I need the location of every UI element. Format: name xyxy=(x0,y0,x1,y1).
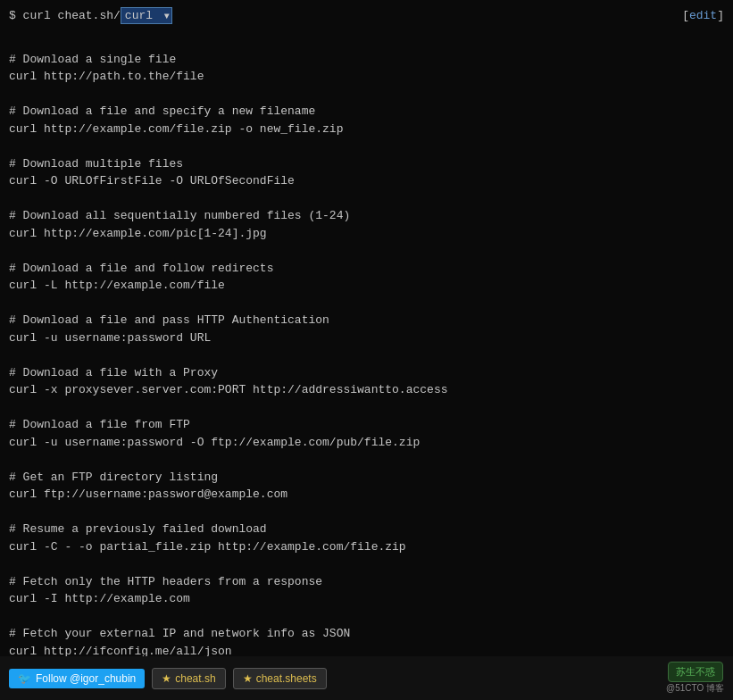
wechat-sub: @51CTO 博客 xyxy=(666,682,724,695)
comment-line: # Fetch only the HTTP headers from a res… xyxy=(9,573,724,591)
command-line-text: curl -x proxysever.server.com:PORT http:… xyxy=(9,381,724,399)
star2-icon: ★ xyxy=(243,672,253,685)
terminal-window: $ curl cheat.sh/ curl wget grep awk sed … xyxy=(0,0,733,700)
comment-line: # Get an FTP directory listing xyxy=(9,469,724,487)
bottom-bar: 🐦 Follow @igor_chubin ★ cheat.sh ★ cheat… xyxy=(0,656,733,700)
empty-line xyxy=(9,399,724,417)
twitter-label: Follow @igor_chubin xyxy=(36,672,136,685)
comment-line: # Download a file and specify a new file… xyxy=(9,103,724,121)
empty-line xyxy=(9,346,724,364)
comment-line: # Download a file and follow redirects xyxy=(9,260,724,278)
command-line-text: curl -C - -o partial_file.zip http://exa… xyxy=(9,538,724,556)
empty-line xyxy=(9,451,724,469)
wechat-badge: 苏生不惑 @51CTO 博客 xyxy=(666,662,724,695)
empty-line xyxy=(9,242,724,260)
star-icon: ★ xyxy=(162,672,171,685)
twitter-follow-button[interactable]: 🐦 Follow @igor_chubin xyxy=(9,669,145,688)
empty-line xyxy=(9,504,724,521)
comment-line: # Fetch your external IP and network inf… xyxy=(9,625,724,643)
cheat-sheets-label: cheat.sheets xyxy=(256,672,317,685)
prompt-text: $ curl cheat.sh/ xyxy=(9,9,121,22)
empty-line xyxy=(9,608,724,626)
edit-link[interactable]: edit xyxy=(689,9,717,22)
twitter-icon: 🐦 xyxy=(18,672,31,685)
content-area: # Download a single filecurl http://path… xyxy=(9,33,724,700)
command-line-text: curl -I http://example.com xyxy=(9,590,724,608)
empty-line xyxy=(9,555,724,573)
wechat-name: 苏生不惑 xyxy=(668,662,723,682)
command-line-text: curl ftp://username:password@example.com xyxy=(9,486,724,504)
empty-line xyxy=(9,295,724,312)
command-line-text: curl -u username:password -O ftp://examp… xyxy=(9,434,724,452)
empty-line xyxy=(9,138,724,155)
command-line-text: curl http://path.to.the/file xyxy=(9,68,724,86)
comment-line: # Download a file from FTP xyxy=(9,416,724,434)
cheat-sheets-button[interactable]: ★ cheat.sheets xyxy=(233,668,327,689)
comment-line: # Download a file with a Proxy xyxy=(9,364,724,382)
command-line-text: curl http://example.com/file.zip -o new_… xyxy=(9,121,724,138)
comment-line: # Download multiple files xyxy=(9,155,724,173)
comment-line: # Download a file and pass HTTP Authenti… xyxy=(9,312,724,329)
empty-line xyxy=(9,190,724,208)
cheat-sh-label: cheat.sh xyxy=(175,672,215,685)
edit-section: [edit] xyxy=(682,9,724,22)
cheat-sh-button[interactable]: ★ cheat.sh xyxy=(152,668,225,689)
command-line-text: curl -u username:password URL xyxy=(9,329,724,347)
top-bar: $ curl cheat.sh/ curl wget grep awk sed … xyxy=(9,7,724,24)
comment-line: # Download a single file xyxy=(9,51,724,69)
empty-line xyxy=(9,33,724,51)
command-line-text: curl -L http://example.com/file xyxy=(9,277,724,295)
cheatsheet-select[interactable]: curl wget grep awk sed tar ssh xyxy=(121,7,172,24)
empty-line xyxy=(9,86,724,104)
command-line-text: curl -O URLOfFirstFile -O URLOfSecondFil… xyxy=(9,172,724,190)
comment-line: # Download all sequentially numbered fil… xyxy=(9,207,724,225)
cheatsheet-select-wrapper[interactable]: curl wget grep awk sed tar ssh ▼ xyxy=(121,7,172,24)
comment-line: # Resume a previously failed download xyxy=(9,521,724,538)
command-line-text: curl http://example.com/pic[1-24].jpg xyxy=(9,225,724,243)
command-line: $ curl cheat.sh/ curl wget grep awk sed … xyxy=(9,7,172,24)
